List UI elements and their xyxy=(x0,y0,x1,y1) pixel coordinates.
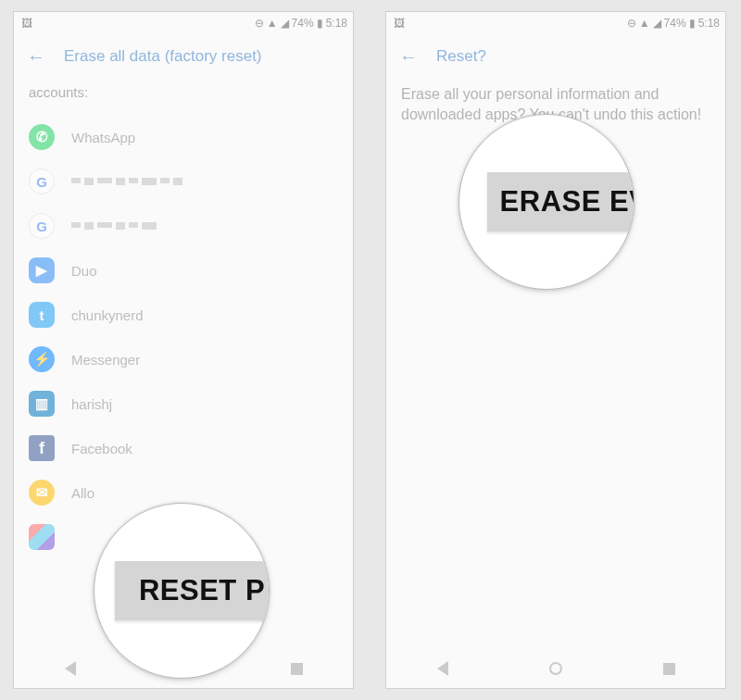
whatsapp-icon: ✆ xyxy=(29,124,55,150)
duo-icon: ▶ xyxy=(29,257,55,283)
wifi-icon: ▲ xyxy=(267,17,278,30)
nav-bar xyxy=(386,649,725,688)
phone-screen-a: 🖼 ⊖ ▲ ◢ 74% ▮ 5:18 ← Erase all data (fac… xyxy=(13,11,354,689)
allo-icon: ✉ xyxy=(29,480,55,506)
dnd-icon: ⊖ xyxy=(255,17,264,30)
signal-icon: ◢ xyxy=(653,17,661,30)
battery-pct: 74% xyxy=(664,17,686,30)
phone-screen-b: 🖼 ⊖ ▲ ◢ 74% ▮ 5:18 ← Reset? Erase all yo… xyxy=(385,11,726,689)
list-item-label: WhatsApp xyxy=(71,130,135,145)
list-item-label: harishj xyxy=(71,396,112,412)
google-icon: G xyxy=(29,169,55,194)
app-header: ← Erase all data (factory reset) xyxy=(14,34,353,79)
facebook-icon: f xyxy=(29,435,55,461)
trello-icon: ▥ xyxy=(29,391,55,417)
image-indicator-icon: 🖼 xyxy=(394,17,405,30)
magnifier-callout: RESET P xyxy=(94,503,270,679)
clock: 5:18 xyxy=(326,17,347,30)
magnifier-callout: ERASE EV xyxy=(458,114,634,290)
battery-pct: 74% xyxy=(292,17,314,30)
list-item: ⚡ Messenger xyxy=(29,337,338,381)
redacted-label xyxy=(71,178,182,185)
list-item: G xyxy=(29,159,338,204)
reset-phone-button[interactable]: RESET P xyxy=(115,561,270,620)
messenger-icon: ⚡ xyxy=(29,346,55,372)
back-icon[interactable]: ← xyxy=(27,46,45,68)
nav-home-icon[interactable] xyxy=(549,662,562,675)
nav-recent-icon[interactable] xyxy=(291,663,303,675)
status-bar: 🖼 ⊖ ▲ ◢ 74% ▮ 5:18 xyxy=(386,12,725,34)
twitter-icon: t xyxy=(29,302,55,328)
app-header: ← Reset? xyxy=(386,34,725,79)
image-indicator-icon: 🖼 xyxy=(21,17,32,30)
accounts-subheading: accounts: xyxy=(29,84,338,100)
list-item-label: Allo xyxy=(71,485,94,501)
list-item: ✆ WhatsApp xyxy=(29,115,338,159)
accounts-list: ✆ WhatsApp G G ▶ Duo t chunkynerd xyxy=(29,115,338,559)
clock: 5:18 xyxy=(698,17,720,30)
list-item: G xyxy=(29,204,338,248)
list-item: t chunkynerd xyxy=(29,293,338,337)
nav-back-icon[interactable] xyxy=(437,661,448,676)
wifi-icon: ▲ xyxy=(639,17,650,30)
dnd-icon: ⊖ xyxy=(627,17,636,30)
back-icon[interactable]: ← xyxy=(399,46,418,68)
list-item-label: Messenger xyxy=(71,352,140,368)
list-item-label: Facebook xyxy=(71,441,132,456)
nav-back-icon[interactable] xyxy=(65,661,76,676)
list-item: ▶ Duo xyxy=(29,248,338,293)
list-item: ▥ harishj xyxy=(29,381,338,426)
google-icon: G xyxy=(29,213,55,239)
erase-everything-button[interactable]: ERASE EV xyxy=(487,172,634,231)
list-item-label: chunkynerd xyxy=(71,307,144,323)
nav-recent-icon[interactable] xyxy=(663,663,675,675)
page-title: Erase all data (factory reset) xyxy=(64,47,262,66)
battery-icon: ▮ xyxy=(317,17,323,30)
battery-icon: ▮ xyxy=(689,17,696,30)
redacted-label xyxy=(71,222,157,230)
list-item-label: Duo xyxy=(71,263,97,279)
page-title: Reset? xyxy=(436,47,486,66)
list-item: f Facebook xyxy=(29,426,338,470)
status-bar: 🖼 ⊖ ▲ ◢ 74% ▮ 5:18 xyxy=(14,12,353,34)
signal-icon: ◢ xyxy=(281,17,289,30)
other-icon xyxy=(29,524,55,550)
